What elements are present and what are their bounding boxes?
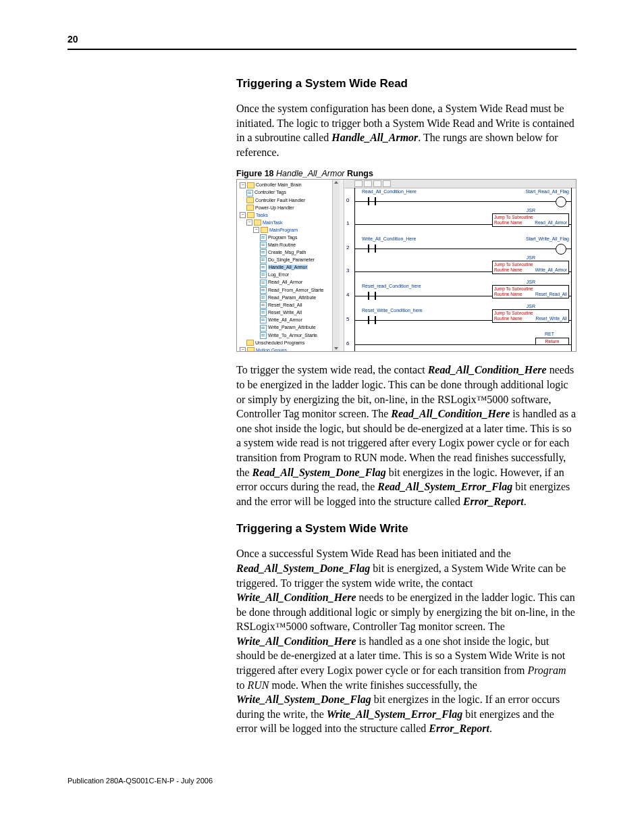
jsr-instruction[interactable]: Jump To SubroutineRoutine NameRead_All_A…	[492, 213, 569, 227]
file-icon	[260, 317, 267, 323]
tree-item[interactable]: Write_All_Armor	[240, 316, 340, 323]
publication-footer: Publication 280A-QS001C-EN-P - July 2006	[68, 777, 644, 812]
folder-icon	[246, 197, 254, 203]
coil-icon	[556, 197, 566, 207]
toolbar-button[interactable]	[364, 180, 372, 187]
folder-icon	[247, 182, 254, 188]
file-icon	[260, 271, 267, 278]
contact-label: Write_All_Condition_Here	[362, 236, 416, 241]
rung[interactable]: 2Write_All_Condition_HereStart_Write_All…	[345, 235, 576, 258]
heading-write: Triggering a System Wide Write	[236, 522, 576, 536]
tree-item[interactable]: Read_From_Armor_Starte	[240, 286, 340, 294]
file-icon	[260, 302, 267, 309]
text: .	[489, 723, 492, 734]
tree-item[interactable]: Main Routine	[240, 241, 340, 249]
bold-term: Read_All_System_Error_Flag	[377, 481, 512, 492]
ret-instruction[interactable]: Return	[535, 338, 569, 345]
contact-icon	[365, 315, 379, 325]
ladder-view: 0Read_All_Condition_HereStart_Read_All_F…	[345, 180, 576, 351]
italic-term: Program	[527, 664, 566, 676]
text: Once a successful System Wide Read has b…	[236, 548, 511, 559]
rung[interactable]: 5Reset_Write_Condition_hereJSRJump To Su…	[345, 307, 576, 331]
file-icon	[260, 294, 267, 301]
tree-item[interactable]: Controller Fault Handler	[240, 197, 340, 204]
heading-read: Triggering a System Wide Read	[236, 77, 576, 90]
tree-item[interactable]: Reset_Read_All	[240, 301, 340, 309]
scrollbar[interactable]	[332, 180, 340, 351]
file-icon	[260, 242, 267, 249]
bold-term: Read_All_Condition_Here	[391, 408, 510, 419]
jsr-title: JSR	[525, 255, 537, 260]
tree-item[interactable]: Do_Single_Parameter	[240, 256, 340, 263]
jsr-title: JSR	[525, 208, 537, 213]
text: to	[236, 679, 247, 691]
tree-item[interactable]: Program Tags	[240, 234, 340, 241]
rail	[354, 201, 572, 202]
jsr-instruction[interactable]: Jump To SubroutineRoutine NameReset_Writ…	[492, 309, 569, 323]
jsr-instruction[interactable]: Jump To SubroutineRoutine NameReset_Read…	[492, 285, 569, 298]
ret-title: RET	[543, 332, 556, 336]
file-icon	[260, 287, 267, 294]
rung-number: 3	[346, 267, 349, 273]
contact-icon	[365, 243, 379, 254]
toolbar-button[interactable]	[354, 180, 363, 187]
tree-item[interactable]: Read_All_Armor	[240, 278, 340, 286]
folder-icon	[261, 227, 268, 233]
coil-label: Start_Write_All_Flag	[526, 236, 569, 241]
rung[interactable]: 6RETReturn	[345, 331, 576, 351]
bold-term: Read_All_System_Done_Flag	[236, 563, 370, 574]
rung[interactable]: 4Reset_read_Condition_hereJSRJump To Sub…	[345, 282, 576, 307]
rung[interactable]: 3JSRJump To SubroutineRoutine NameWrite_…	[345, 258, 576, 282]
bold-term: Read_All_Condition_Here	[428, 364, 547, 375]
tree-item[interactable]: −Motion Groups	[240, 346, 340, 352]
folder-icon	[246, 340, 254, 346]
fig-trail: Rungs	[347, 169, 373, 178]
para-write-detail: Once a successful System Wide Read has b…	[236, 546, 576, 736]
text: .	[524, 496, 527, 507]
folder-icon	[246, 205, 254, 211]
project-tree[interactable]: −Controller Main_BrainController TagsCon…	[237, 180, 340, 351]
bold-term: Write_All_System_Error_Flag	[327, 708, 463, 720]
tree-item[interactable]: Power-Up Handler	[240, 204, 340, 211]
file-icon	[260, 234, 267, 241]
rung-number: 1	[346, 220, 349, 226]
file-icon	[260, 332, 267, 339]
figure-18: −Controller Main_BrainController TagsCon…	[236, 179, 576, 352]
file-icon	[260, 264, 267, 271]
rung[interactable]: 1JSRJump To SubroutineRoutine NameRead_A…	[345, 211, 576, 235]
coil-icon	[556, 244, 566, 255]
tree-item[interactable]: Log_Error	[240, 271, 340, 278]
rung[interactable]: 0Read_All_Condition_HereStart_Read_All_F…	[345, 188, 576, 211]
file-icon	[260, 309, 267, 316]
tree-item[interactable]: Handle_All_Armor	[240, 263, 340, 271]
bold-term: Read_All_System_Done_Flag	[252, 467, 386, 478]
para-read-intro: Once the system configuration has been d…	[236, 101, 576, 159]
tree-item[interactable]: −Controller Main_Brain	[240, 181, 340, 188]
tree-item[interactable]: Controller Tags	[240, 188, 340, 196]
para-read-detail: To trigger the system wide read, the con…	[236, 363, 576, 509]
rung-number: 5	[346, 316, 349, 322]
contact-icon	[365, 290, 379, 301]
rung-number: 2	[346, 244, 349, 251]
fig-label: Figure 18	[236, 169, 274, 178]
jsr-instruction[interactable]: Jump To SubroutineRoutine NameWrite_All_…	[492, 261, 569, 274]
tree-item[interactable]: Write_Param_Attribute	[240, 323, 340, 331]
rung-number: 0	[346, 197, 349, 203]
tree-item[interactable]: Unscheduled Programs	[240, 339, 340, 346]
toolbar-button[interactable]	[383, 180, 391, 187]
tree-item[interactable]: Write_To_Armor_Starte	[240, 332, 340, 339]
splitter[interactable]	[340, 180, 344, 351]
contact-label: Read_All_Condition_Here	[362, 189, 417, 194]
contact-label: Reset_read_Condition_here	[362, 284, 421, 288]
bold-term: Write_All_System_Done_Flag	[236, 694, 371, 705]
folder-icon	[254, 219, 261, 226]
tree-item[interactable]: −Tasks	[240, 211, 340, 219]
tree-item[interactable]: −MainTask	[240, 219, 340, 226]
file-icon	[260, 257, 267, 263]
tree-item[interactable]: Reset_Write_All	[240, 309, 340, 316]
tree-item[interactable]: Create_Msg_Path	[240, 249, 340, 256]
tree-item[interactable]: −MainProgram	[240, 226, 340, 234]
page-number: 20	[0, 0, 644, 49]
tree-item[interactable]: Read_Param_Attribute	[240, 294, 340, 301]
toolbar-button[interactable]	[373, 180, 381, 187]
